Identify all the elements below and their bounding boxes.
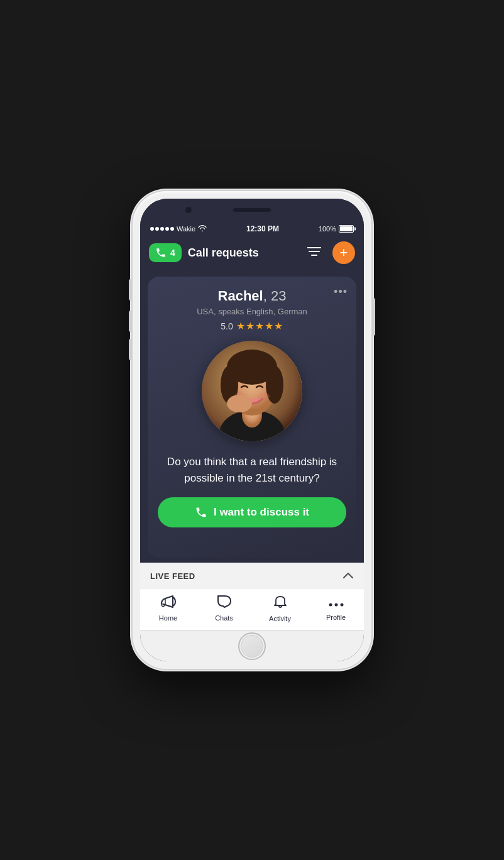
discuss-button[interactable]: I want to discuss it	[158, 497, 346, 527]
plus-icon: +	[340, 245, 348, 261]
home-icon	[160, 595, 177, 612]
nav-home-label: Home	[159, 614, 177, 622]
svg-point-12	[257, 392, 270, 400]
nav-activity[interactable]: Activity	[261, 594, 299, 622]
rating-stars: ★★★★★	[236, 320, 283, 332]
signal-dot-2	[155, 227, 159, 231]
bottom-nav: Home Chats Activity	[140, 589, 364, 630]
home-button-ring[interactable]	[238, 632, 266, 660]
battery-icon	[339, 225, 354, 233]
chat-icon	[217, 595, 232, 612]
nav-activity-label: Activity	[269, 615, 291, 622]
speaker	[233, 208, 271, 212]
main-content: ••• Rachel, 23 USA, speaks English, Germ…	[140, 272, 364, 563]
svg-point-14	[329, 604, 332, 607]
user-name: Rachel	[218, 288, 263, 304]
battery-fill	[340, 226, 353, 231]
rating-number: 5.0	[221, 321, 233, 331]
svg-point-16	[340, 604, 343, 607]
carrier-name: Wakie	[177, 225, 195, 233]
profile-location: USA, speaks English, German	[197, 307, 307, 316]
signal-dot-4	[165, 227, 169, 231]
filter-icon[interactable]	[307, 246, 321, 260]
wifi-icon	[198, 224, 207, 233]
svg-point-15	[334, 604, 337, 607]
more-dots-icon	[329, 595, 344, 612]
nav-chats-label: Chats	[215, 614, 233, 622]
phone-screen: Wakie 12:30 PM 100%	[140, 199, 364, 661]
discuss-button-text: I want to discuss it	[214, 506, 309, 519]
live-feed-label: LIVE FEED	[150, 571, 195, 581]
nav-home[interactable]: Home	[150, 595, 187, 622]
nav-profile[interactable]: Profile	[317, 595, 355, 621]
status-bar: Wakie 12:30 PM 100%	[140, 221, 364, 236]
call-count: 4	[170, 248, 175, 258]
profile-rating: 5.0 ★★★★★	[221, 320, 283, 332]
user-age: , 23	[263, 288, 287, 304]
svg-point-13	[227, 395, 252, 412]
signal-dot-3	[160, 227, 164, 231]
status-right: 100%	[319, 225, 354, 233]
status-time: 12:30 PM	[246, 224, 279, 233]
battery-percent: 100%	[319, 225, 336, 233]
home-button-area[interactable]	[140, 630, 364, 661]
bell-icon	[273, 594, 287, 613]
discuss-phone-icon	[195, 506, 207, 519]
header-title: Call requests	[188, 246, 301, 260]
more-options-button[interactable]: •••	[334, 285, 348, 299]
profile-name: Rachel, 23	[218, 288, 287, 304]
top-bar	[140, 199, 364, 221]
profile-question: Do you think that a real friendship is p…	[158, 454, 346, 486]
nav-profile-label: Profile	[326, 614, 346, 621]
call-badge[interactable]: 4	[149, 243, 182, 262]
avatar-image	[202, 341, 302, 441]
live-feed-bar[interactable]: LIVE FEED	[140, 563, 364, 589]
live-feed-chevron[interactable]	[342, 570, 354, 582]
signal-dot-5	[170, 227, 174, 231]
status-left: Wakie	[150, 224, 207, 233]
profile-card: ••• Rachel, 23 USA, speaks English, Germ…	[148, 277, 356, 558]
signal-dots	[150, 227, 174, 231]
phone-frame: Wakie 12:30 PM 100%	[133, 191, 371, 669]
phone-icon	[155, 247, 167, 258]
home-button-inner[interactable]	[241, 635, 263, 658]
signal-dot-1	[150, 227, 154, 231]
add-button[interactable]: +	[332, 241, 355, 264]
front-camera	[185, 207, 192, 213]
profile-avatar	[202, 341, 302, 441]
nav-chats[interactable]: Chats	[205, 595, 243, 622]
header: 4 Call requests +	[140, 236, 364, 272]
